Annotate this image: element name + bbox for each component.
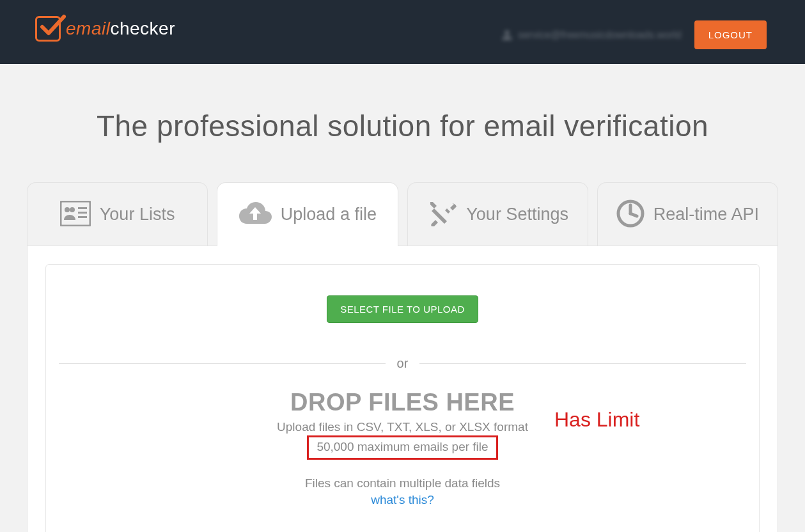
clock-icon — [616, 199, 645, 230]
upload-panel: SELECT FILE TO UPLOAD or DROP FILES HERE… — [27, 246, 778, 532]
limit-highlight-box: 50,000 maximum emails per file — [307, 435, 497, 460]
person-icon — [501, 29, 513, 41]
list-icon — [60, 201, 91, 229]
whats-this-link[interactable]: what's this? — [59, 493, 746, 507]
page-title: The professional solution for email veri… — [13, 109, 792, 143]
svg-rect-4 — [78, 212, 87, 214]
svg-point-1 — [65, 207, 70, 212]
tab-your-lists[interactable]: Your Lists — [27, 182, 208, 246]
tab-label: Upload a file — [281, 205, 377, 224]
tab-label: Real-time API — [653, 205, 759, 224]
drop-files-title: DROP FILES HERE — [59, 389, 746, 416]
cloud-upload-icon — [238, 201, 272, 229]
svg-line-8 — [630, 214, 637, 216]
top-bar: emailchecker service@freemusicdownloads.… — [0, 0, 805, 64]
brand-logo[interactable]: emailchecker — [35, 16, 175, 42]
user-area: service@freemusicdownloads.world LOGOUT — [501, 20, 767, 49]
hero: The professional solution for email veri… — [0, 64, 805, 182]
tabs-container: Your Lists Upload a file Your Settings — [27, 182, 778, 532]
tabs-row: Your Lists Upload a file Your Settings — [27, 182, 778, 246]
logout-button[interactable]: LOGOUT — [694, 20, 767, 49]
svg-rect-3 — [78, 207, 87, 209]
tools-icon — [426, 201, 457, 229]
user-email-text: service@freemusicdownloads.world — [518, 29, 681, 41]
multi-fields-text: Files can contain multiple data fields — [59, 476, 746, 490]
limit-text: 50,000 maximum emails per file — [317, 440, 488, 453]
tab-label: Your Settings — [466, 205, 568, 224]
tab-label: Your Lists — [100, 205, 175, 224]
divider-label: or — [386, 356, 420, 371]
tab-upload-file[interactable]: Upload a file — [217, 182, 398, 246]
tab-your-settings[interactable]: Your Settings — [407, 182, 588, 246]
svg-rect-5 — [78, 216, 87, 218]
checkbox-icon — [35, 16, 61, 42]
svg-point-2 — [70, 207, 75, 212]
user-email-label: service@freemusicdownloads.world — [501, 29, 681, 41]
select-file-button[interactable]: SELECT FILE TO UPLOAD — [327, 295, 478, 323]
divider-or: or — [59, 356, 746, 371]
dropzone[interactable]: SELECT FILE TO UPLOAD or DROP FILES HERE… — [45, 264, 760, 532]
tab-realtime-api[interactable]: Real-time API — [597, 182, 778, 246]
brand-text: emailchecker — [66, 19, 175, 39]
formats-text: Upload files in CSV, TXT, XLS, or XLSX f… — [59, 420, 746, 434]
